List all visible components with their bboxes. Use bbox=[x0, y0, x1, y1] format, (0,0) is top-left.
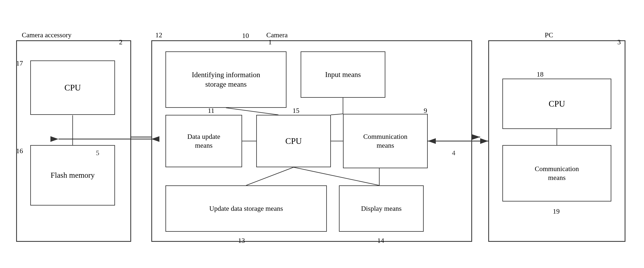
communication-camera-number: 9 bbox=[424, 107, 427, 114]
cpu-accessory-number: 17 bbox=[16, 59, 23, 67]
display-means-number: 14 bbox=[377, 237, 384, 245]
cpu-accessory-block: CPU bbox=[30, 60, 115, 115]
flash-memory-number: 16 bbox=[16, 147, 23, 155]
pc-label: PC bbox=[545, 31, 553, 39]
cpu-pc-block: CPU bbox=[502, 79, 611, 129]
display-means-label: Display means bbox=[361, 204, 402, 213]
data-update-label: Data updatemeans bbox=[187, 132, 220, 150]
pc-number: 3 bbox=[617, 38, 621, 46]
diagram-container: 5 4 Camera accessory 2 CPU 17 bbox=[0, 0, 644, 268]
display-means-block: Display means bbox=[339, 185, 424, 232]
cpu-camera-block: CPU bbox=[256, 115, 331, 167]
cpu-pc-number: 18 bbox=[537, 70, 544, 78]
flash-memory-block: Flash memory bbox=[30, 145, 115, 206]
cpu-camera-number: 15 bbox=[292, 107, 300, 114]
cpu-accessory-label: CPU bbox=[64, 82, 81, 93]
camera-accessory-number: 2 bbox=[119, 38, 122, 46]
data-update-number: 11 bbox=[208, 107, 214, 114]
cpu-pc-label: CPU bbox=[548, 98, 565, 109]
camera-label: Camera bbox=[266, 31, 288, 39]
identifying-info-label: Identifying informationstorage means bbox=[192, 70, 260, 89]
update-data-storage-block: Update data storage means bbox=[166, 185, 327, 232]
update-data-storage-number: 13 bbox=[238, 237, 245, 245]
communication-pc-label: Communicationmeans bbox=[535, 164, 579, 182]
identifying-info-block: Identifying informationstorage means bbox=[166, 51, 286, 108]
communication-pc-number: 19 bbox=[553, 208, 560, 215]
camera-12: 12 bbox=[155, 31, 162, 39]
communication-camera-label: Communicationmeans bbox=[363, 132, 407, 150]
flash-memory-label: Flash memory bbox=[51, 170, 94, 180]
identifying-info-number: 10 bbox=[242, 32, 249, 39]
input-means-block: Input means bbox=[300, 51, 385, 98]
data-update-block: Data updatemeans bbox=[166, 115, 242, 167]
camera-number: 1 bbox=[268, 38, 272, 46]
update-data-storage-label: Update data storage means bbox=[209, 204, 283, 213]
cpu-camera-label: CPU bbox=[285, 136, 302, 147]
communication-pc-block: Communicationmeans bbox=[502, 145, 611, 202]
camera-accessory-label: Camera accessory bbox=[22, 31, 72, 39]
communication-camera-block: Communicationmeans bbox=[343, 114, 428, 168]
input-means-label: Input means bbox=[325, 70, 361, 79]
